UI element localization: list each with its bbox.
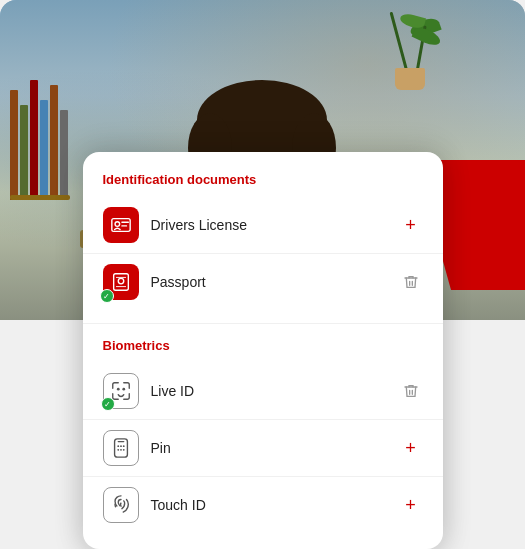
svg-point-35 [120, 445, 122, 447]
section-divider [83, 310, 443, 324]
passport-icon-wrap: ✓ [103, 264, 139, 300]
touch-id-label: Touch ID [151, 497, 387, 513]
trash-icon [403, 383, 419, 399]
passport-icon [110, 271, 132, 293]
svg-rect-27 [113, 274, 128, 291]
touch-id-add-button[interactable]: + [399, 493, 423, 517]
svg-point-37 [117, 449, 119, 451]
trash-icon [403, 274, 419, 290]
pin-label: Pin [151, 440, 387, 456]
svg-point-36 [122, 445, 124, 447]
drivers-license-label: Drivers License [151, 217, 387, 233]
card-panel: Identification documents Drivers License… [83, 152, 443, 549]
svg-point-24 [115, 222, 120, 227]
passport-delete-button[interactable] [399, 270, 423, 294]
biometrics-section: Biometrics ✓ Live ID [83, 324, 443, 533]
pin-icon-wrap [103, 430, 139, 466]
svg-point-34 [117, 445, 119, 447]
identification-list: Drivers License + ✓ Passport [83, 197, 443, 310]
id-card-icon [110, 214, 132, 236]
list-item: ✓ Passport [83, 254, 443, 310]
live-id-icon-wrap: ✓ [103, 373, 139, 409]
live-id-label: Live ID [151, 383, 387, 399]
svg-point-28 [118, 278, 124, 283]
biometrics-list: ✓ Live ID [83, 363, 443, 533]
list-item: Touch ID + [83, 477, 443, 533]
pin-add-button[interactable]: + [399, 436, 423, 460]
live-id-delete-button[interactable] [399, 379, 423, 403]
touch-id-icon-wrap [103, 487, 139, 523]
svg-point-39 [122, 449, 124, 451]
check-badge: ✓ [100, 289, 114, 303]
identification-section-title: Identification documents [83, 172, 443, 197]
svg-point-31 [116, 388, 119, 391]
phone-pin-icon [110, 437, 132, 459]
check-badge: ✓ [101, 397, 115, 411]
drivers-license-add-button[interactable]: + [399, 213, 423, 237]
fingerprint-icon [110, 494, 132, 516]
drivers-license-icon-wrap [103, 207, 139, 243]
svg-point-38 [120, 449, 122, 451]
list-item: ✓ Live ID [83, 363, 443, 420]
list-item: Pin + [83, 420, 443, 477]
biometrics-section-title: Biometrics [83, 338, 443, 363]
passport-label: Passport [151, 274, 387, 290]
list-item: Drivers License + [83, 197, 443, 254]
svg-point-32 [122, 388, 125, 391]
